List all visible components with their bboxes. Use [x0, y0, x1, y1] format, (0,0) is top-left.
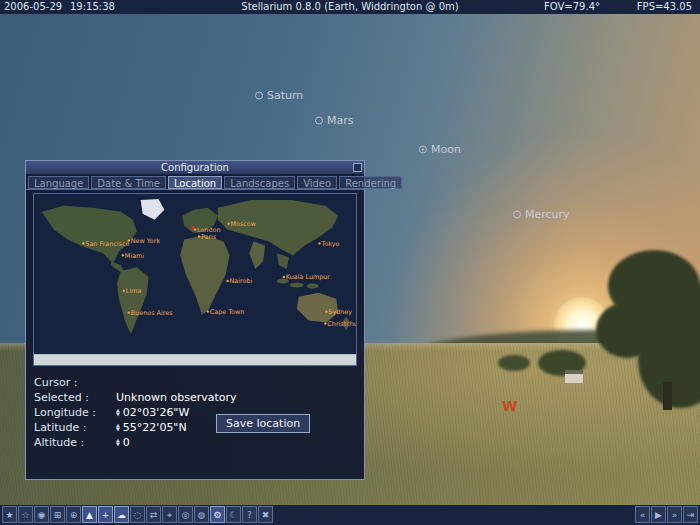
field-row: Selected :Unknown observatory [34, 390, 364, 404]
sky-object-mars[interactable]: Mars [315, 114, 354, 127]
object-label: Moon [431, 143, 461, 156]
continent-antarctica [34, 354, 356, 365]
night-mode-button[interactable]: ☾ [226, 506, 241, 523]
map-city-nairobi[interactable]: Nairobi [226, 277, 252, 285]
field-value[interactable]: ▲▼02°03'26"W [116, 406, 189, 419]
ground-button[interactable]: ▲ [82, 506, 97, 523]
sky-object-saturn[interactable]: Saturn [255, 89, 303, 102]
spinner-icon[interactable]: ▲▼ [116, 438, 120, 446]
toolbar-right: «▶»⇥ [635, 506, 698, 523]
svg-text:Lima: Lima [126, 287, 142, 295]
spinner-icon[interactable]: ▲▼ [116, 408, 120, 416]
real-time-speed-button[interactable]: ▶ [651, 506, 666, 523]
location-marker [192, 226, 195, 229]
map-city-christchurch[interactable]: Christchurch [324, 320, 356, 328]
mount-mode-button[interactable]: ⇄ [146, 506, 161, 523]
configuration-window: Configuration LanguageDate & TimeLocatio… [25, 160, 365, 480]
tab-video[interactable]: Video [297, 176, 337, 189]
tab-date-time[interactable]: Date & Time [91, 176, 166, 189]
tab-language[interactable]: Language [28, 176, 89, 189]
sky-object-moon[interactable]: Moon [419, 143, 461, 156]
svg-text:Miami: Miami [125, 252, 144, 260]
top-status-bar: 2006-05-29 19:15:38 Stellarium 0.8.0 (Ea… [0, 0, 700, 14]
sky-object-mercury[interactable]: Mercury [513, 208, 570, 221]
svg-text:Sydney: Sydney [328, 308, 352, 316]
tab-location[interactable]: Location [168, 176, 222, 189]
constellation-labels-button[interactable]: ☆ [18, 506, 33, 523]
help-window-button[interactable]: ? [242, 506, 257, 523]
field-value[interactable]: ▲▼0 [116, 436, 130, 449]
tab-rendering[interactable]: Rendering [339, 176, 402, 189]
svg-text:Nairobi: Nairobi [230, 277, 253, 285]
quit-button[interactable]: ✖ [258, 506, 273, 523]
configuration-window-button[interactable]: ⚙ [210, 506, 225, 523]
decrease-time-speed-button[interactable]: « [635, 506, 650, 523]
tab-landscapes[interactable]: Landscapes [224, 176, 295, 189]
map-city-san-francisco[interactable]: San Francisco [82, 240, 129, 248]
auto-zoom-button[interactable]: ◎ [178, 506, 193, 523]
constellation-lines-button[interactable]: ★ [2, 506, 17, 523]
island [307, 283, 319, 288]
constellation-art-button[interactable]: ◉ [34, 506, 49, 523]
svg-text:Paris: Paris [201, 233, 217, 241]
cardinal-points-button[interactable]: + [98, 506, 113, 523]
island [290, 282, 304, 287]
field-label: Latitude : [34, 421, 116, 434]
spinner-icon[interactable]: ▲▼ [116, 423, 120, 431]
center-on-selected-button[interactable]: ⌖ [162, 506, 177, 523]
field-row: Altitude :▲▼0 [34, 435, 364, 449]
map-city-kuala-lumpur[interactable]: Kuala Lumpur [283, 273, 331, 281]
svg-text:New York: New York [131, 237, 161, 245]
field-value: Unknown observatory [116, 391, 237, 404]
svg-text:San Francisco: San Francisco [85, 240, 129, 248]
svg-text:Tokyo: Tokyo [320, 240, 339, 248]
return-to-current-time-button[interactable]: ⇥ [683, 506, 698, 523]
fov-display: FOV=79.4° [544, 0, 600, 14]
map-city-cape-town[interactable]: Cape Town [207, 308, 245, 316]
field-label: Longitude : [34, 406, 116, 419]
dialog-fields: Cursor :Selected :Unknown observatoryLon… [26, 369, 364, 449]
object-marker-icon [315, 116, 323, 124]
map-city-moscow[interactable]: Moscow [227, 220, 256, 228]
field-row: Latitude :▲▼55°22'05"N [34, 420, 364, 434]
object-label: Saturn [267, 89, 303, 102]
field-value[interactable]: ▲▼55°22'05"N [116, 421, 187, 434]
field-label: Selected : [34, 391, 116, 404]
map-container[interactable]: San FranciscoNew YorkMiamiLimaBuenos Air… [33, 193, 357, 366]
svg-text:Kuala Lumpur: Kuala Lumpur [286, 273, 330, 281]
object-marker-icon [513, 210, 521, 218]
save-location-button[interactable]: Save location [216, 414, 310, 433]
fps-display: FPS=43.05 [637, 0, 692, 14]
azimuthal-grid-button[interactable]: ⊞ [50, 506, 65, 523]
equatorial-grid-button[interactable]: ⊕ [66, 506, 81, 523]
dialog-tabbar: LanguageDate & TimeLocationLandscapesVid… [26, 174, 364, 190]
bottom-toolbar: ★☆◉⊞⊕▲+☁◌⇄⌖◎◍⚙☾?✖ «▶»⇥ [0, 505, 700, 525]
svg-text:Buenos Aires: Buenos Aires [131, 309, 173, 317]
field-label: Cursor : [34, 376, 116, 389]
dialog-titlebar[interactable]: Configuration [26, 161, 364, 174]
world-map[interactable]: San FranciscoNew YorkMiamiLimaBuenos Air… [34, 194, 356, 365]
object-label: Mercury [525, 208, 570, 221]
map-city-new-york[interactable]: New York [128, 237, 161, 245]
field-row: Cursor : [34, 375, 364, 389]
atmosphere-button[interactable]: ☁ [114, 506, 129, 523]
field-row: Longitude :▲▼02°03'26"W [34, 405, 364, 419]
increase-time-speed-button[interactable]: » [667, 506, 682, 523]
svg-text:Moscow: Moscow [231, 220, 256, 228]
dialog-title: Configuration [161, 162, 229, 173]
svg-text:Cape Town: Cape Town [210, 308, 244, 316]
map-city-buenos-aires[interactable]: Buenos Aires [128, 309, 173, 317]
map-city-lima[interactable]: Lima [123, 287, 142, 295]
search-window-button[interactable]: ◍ [194, 506, 209, 523]
field-label: Altitude : [34, 436, 116, 449]
nebula-labels-button[interactable]: ◌ [130, 506, 145, 523]
close-icon[interactable] [353, 163, 362, 172]
map-city-sydney[interactable]: Sydney [325, 308, 352, 316]
object-marker-icon [255, 91, 263, 99]
map-city-paris[interactable]: Paris [198, 233, 217, 241]
object-label: Mars [327, 114, 354, 127]
object-marker-icon [419, 145, 427, 153]
map-city-miami[interactable]: Miami [122, 252, 145, 260]
svg-text:Christchurch: Christchurch [327, 320, 356, 328]
map-city-tokyo[interactable]: Tokyo [318, 240, 339, 248]
